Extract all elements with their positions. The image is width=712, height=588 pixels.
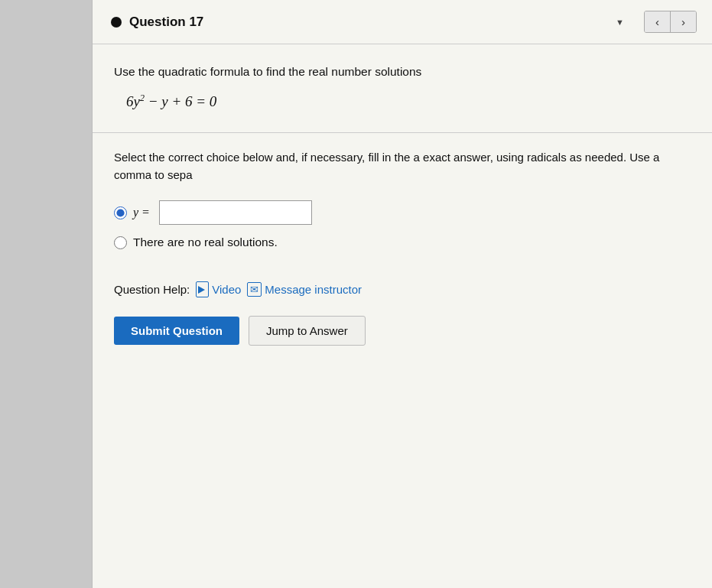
message-icon: ✉ <box>247 282 262 297</box>
equation-display: 6y2 − y + 6 = 0 <box>126 93 691 110</box>
buttons-row: Submit Question Jump to Answer <box>93 305 712 361</box>
radio-option-no-solutions: There are no real solutions. <box>114 236 691 249</box>
video-icon <box>196 281 209 297</box>
message-instructor-link[interactable]: ✉ Message instructor <box>247 282 362 297</box>
answer-section: Select the correct choice below and, if … <box>93 133 712 268</box>
prev-button[interactable]: ‹ <box>645 11 671 32</box>
next-button[interactable]: › <box>671 11 696 32</box>
radio-y-input[interactable] <box>114 206 127 219</box>
question-help-row: Question Help: Video ✉ Message instructo… <box>93 268 712 305</box>
question-body: Use the quadratic formula to find the re… <box>93 44 712 133</box>
nav-buttons: ‹ › <box>644 11 697 33</box>
jump-to-answer-button[interactable]: Jump to Answer <box>249 316 366 346</box>
y-answer-input[interactable] <box>159 200 312 225</box>
instructions-text: Select the correct choice below and, if … <box>114 148 691 184</box>
no-solutions-label: There are no real solutions. <box>133 236 278 249</box>
radio-option-y: y = <box>114 200 691 225</box>
question-dot-icon <box>111 17 122 28</box>
video-link[interactable]: Video <box>196 281 241 297</box>
question-header: Question 17 ▼ ‹ › <box>93 0 712 44</box>
radio-no-solutions-input[interactable] <box>114 236 127 249</box>
submit-question-button[interactable]: Submit Question <box>114 317 239 345</box>
question-title: Question 17 <box>129 15 603 30</box>
question-text: Use the quadratic formula to find the re… <box>114 63 691 80</box>
help-label: Question Help: <box>114 283 190 296</box>
y-label: y = <box>133 206 150 219</box>
dropdown-icon[interactable]: ▼ <box>616 18 624 27</box>
